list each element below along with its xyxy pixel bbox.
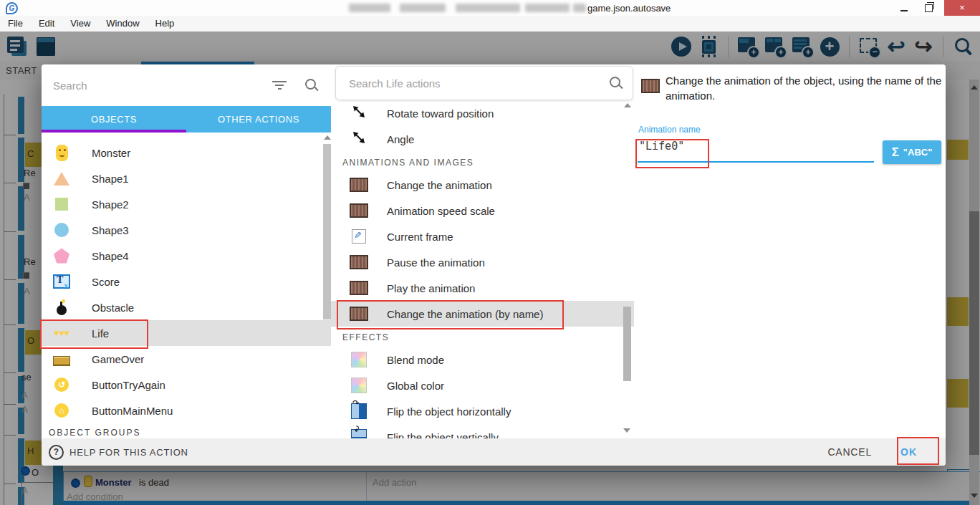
redacted-title-segment — [525, 4, 570, 12]
minimize-button[interactable] — [900, 10, 908, 11]
objects-scrollbar[interactable] — [323, 133, 331, 438]
action-detail-panel: Change the animation of the object, usin… — [634, 64, 946, 438]
objects-tabs: OBJECTS OTHER ACTIONS — [42, 106, 331, 133]
object-item-monster[interactable]: Monster — [42, 140, 331, 165]
scroll-up-arrow[interactable] — [324, 135, 331, 140]
menu-edit[interactable]: Edit — [31, 16, 62, 32]
object-icon-box — [53, 403, 70, 418]
expression-editor-button[interactable]: Σ "ABC" — [883, 140, 941, 164]
scroll-up-arrow[interactable] — [624, 103, 631, 107]
film-icon — [350, 203, 368, 218]
objects-search-input[interactable] — [52, 79, 272, 92]
object-groups-header: OBJECT GROUPS — [42, 428, 331, 438]
object-name: Shape1 — [92, 173, 129, 185]
action-item-play-the-animation[interactable]: Play the animation — [331, 275, 634, 301]
action-item-global-color[interactable]: Global color — [331, 372, 634, 398]
action-item-animation-speed-scale[interactable]: Animation speed scale — [331, 198, 634, 223]
banner-icon — [53, 356, 70, 366]
action-section-header: ANIMATIONS AND IMAGES — [331, 152, 634, 172]
filter-icon[interactable] — [272, 81, 287, 90]
action-label: Flip the object vertically — [387, 431, 499, 439]
action-icon-box — [350, 377, 368, 393]
annotation-box-ok-button — [897, 437, 939, 465]
action-label: Change the animation — [387, 179, 492, 191]
action-label: Rotate toward position — [387, 107, 494, 120]
object-item-shape3[interactable]: Shape3 — [42, 217, 331, 243]
restore-button[interactable] — [925, 4, 933, 12]
film-strip-icon — [641, 79, 660, 93]
object-item-buttonmainmenu[interactable]: ButtonMainMenu — [42, 398, 331, 423]
action-label: Play the animation — [387, 282, 475, 294]
action-label: Global color — [387, 380, 444, 392]
object-item-shape4[interactable]: Shape4 — [42, 243, 331, 269]
bomb-icon — [57, 305, 67, 315]
object-item-score[interactable]: Score — [42, 269, 331, 294]
action-label: Blend mode — [387, 354, 444, 366]
tab-objects[interactable]: OBJECTS — [42, 106, 186, 133]
annotation-box-life-object — [40, 319, 148, 349]
action-label: Current frame — [387, 231, 453, 243]
action-item-angle[interactable]: Angle — [331, 126, 634, 152]
action-item-rotate-toward-position[interactable]: Rotate toward position — [331, 100, 634, 126]
object-icon-box — [53, 377, 70, 392]
objects-list: MonsterShape1Shape2Shape3Shape4ScoreObst… — [42, 133, 331, 438]
action-item-flip-the-object-vertically[interactable]: Flip the object vertically — [331, 424, 634, 438]
action-icon-box — [350, 429, 368, 438]
annotation-box-change-animation-by-name — [337, 300, 564, 330]
scroll-down-arrow[interactable] — [623, 428, 630, 433]
tab-objects-label: OBJECTS — [91, 114, 137, 125]
palette-icon — [351, 377, 367, 393]
app-logo-icon: G — [6, 2, 18, 14]
menu-view[interactable]: View — [62, 16, 98, 32]
action-icon-box — [350, 178, 368, 192]
screen: G game.json.autosave × FileEditViewWindo… — [0, 0, 980, 505]
action-item-flip-the-object-horizontally[interactable]: Flip the object horizontally — [331, 398, 634, 424]
search-icon[interactable] — [305, 79, 318, 92]
actions-list: Rotate toward positionAngleANIMATIONS AN… — [331, 100, 634, 438]
dialog-footer: ? HELP FOR THIS ACTION CANCEL OK — [42, 438, 946, 466]
object-name: Score — [92, 276, 120, 288]
object-item-shape2[interactable]: Shape2 — [42, 191, 331, 217]
close-button[interactable]: × — [944, 0, 980, 16]
object-name: Shape3 — [92, 224, 129, 236]
object-name: Shape4 — [92, 250, 129, 262]
action-icon-box — [350, 229, 368, 244]
object-item-gameover[interactable]: GameOver — [42, 346, 331, 372]
object-icon-box — [53, 145, 70, 161]
object-name: Shape2 — [92, 198, 129, 211]
action-item-change-the-animation[interactable]: Change the animation — [331, 172, 634, 198]
redacted-title-segment — [573, 4, 586, 12]
scrollbar-thumb[interactable] — [623, 307, 631, 381]
flip-v-icon — [351, 429, 367, 438]
square-icon — [55, 198, 68, 211]
action-label: Pause the animation — [387, 256, 485, 269]
film-icon — [350, 178, 368, 192]
actions-scrollbar[interactable] — [623, 103, 631, 438]
palette-icon — [351, 352, 367, 367]
film-icon — [350, 281, 368, 295]
action-icon-box — [350, 352, 368, 367]
menu-window[interactable]: Window — [98, 16, 147, 32]
tab-other-actions[interactable]: OTHER ACTIONS — [186, 106, 331, 133]
menu-file[interactable]: File — [0, 16, 31, 32]
rotate-arrow-icon — [352, 105, 366, 122]
object-icon-box — [53, 249, 70, 264]
object-item-shape1[interactable]: Shape1 — [42, 165, 331, 191]
action-item-blend-mode[interactable]: Blend mode — [331, 347, 634, 372]
menu-help[interactable]: Help — [148, 16, 183, 32]
rotate-arrow-icon — [352, 130, 366, 148]
object-name: ButtonTryAgain — [92, 379, 165, 391]
object-item-obstacle[interactable]: Obstacle — [42, 294, 331, 320]
film-icon — [350, 255, 368, 269]
search-icon[interactable] — [610, 77, 623, 90]
help-link[interactable]: HELP FOR THIS ACTION — [69, 447, 188, 458]
scrollbar-thumb[interactable] — [323, 144, 331, 319]
action-icon-box — [350, 255, 368, 269]
action-item-current-frame[interactable]: Current frame — [331, 223, 634, 249]
action-icon-box — [350, 105, 368, 122]
action-item-pause-the-animation[interactable]: Pause the animation — [331, 249, 634, 275]
object-item-buttontryagain[interactable]: ButtonTryAgain — [42, 372, 331, 398]
action-section-header: EFFECTS — [331, 327, 634, 347]
cancel-button[interactable]: CANCEL — [827, 446, 872, 458]
actions-search-input[interactable] — [347, 77, 610, 90]
